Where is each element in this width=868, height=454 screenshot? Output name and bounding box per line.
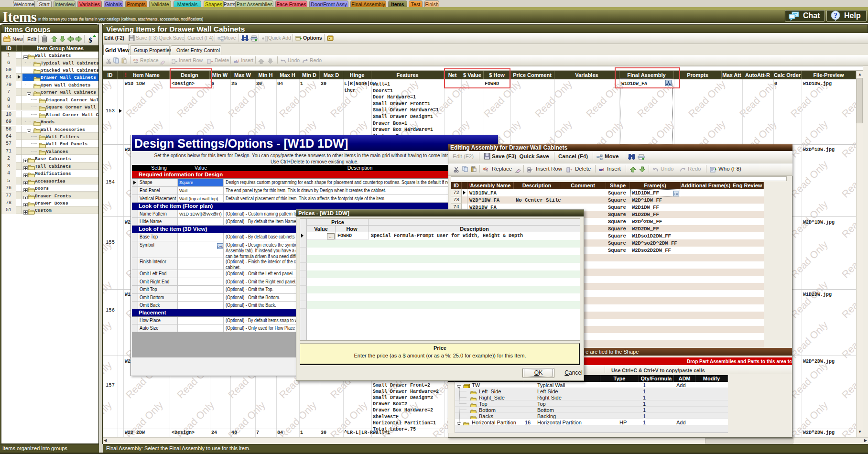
svg-text:Read Only: Read Only bbox=[789, 238, 830, 280]
svg-text:Read Only: Read Only bbox=[738, 79, 779, 119]
svg-text:Read Only: Read Only bbox=[103, 198, 114, 240]
svg-text:Read Only: Read Only bbox=[840, 279, 856, 320]
svg-text:...: ... bbox=[329, 234, 333, 239]
svg-text:Read Only: Read Only bbox=[789, 359, 830, 400]
svg-text:Read Only: Read Only bbox=[103, 359, 114, 400]
svg-text:Read Only: Read Only bbox=[103, 118, 114, 160]
svg-text:Read Only: Read Only bbox=[533, 79, 575, 119]
svg-text:Read Only: Read Only bbox=[840, 399, 856, 437]
svg-text:CAD: CAD bbox=[217, 245, 223, 248]
svg-text:Read Only: Read Only bbox=[840, 198, 856, 240]
svg-text:Read Only: Read Only bbox=[840, 158, 856, 200]
svg-text:ab: ab bbox=[234, 59, 238, 64]
svg-text:Read Only: Read Only bbox=[840, 118, 856, 160]
svg-text:Read Only: Read Only bbox=[789, 279, 830, 320]
svg-text:ab: ab bbox=[599, 168, 603, 172]
svg-text:Read Only: Read Only bbox=[277, 79, 319, 119]
svg-text:Read Only: Read Only bbox=[840, 238, 856, 280]
svg-text:Read Only: Read Only bbox=[840, 359, 856, 400]
svg-text:Read Only: Read Only bbox=[789, 118, 830, 160]
svg-text:Read Only: Read Only bbox=[103, 319, 114, 360]
svg-text:$: $ bbox=[88, 36, 92, 44]
svg-text:ab: ab bbox=[133, 58, 138, 62]
svg-text:Read Only: Read Only bbox=[789, 158, 830, 200]
svg-text:Read Only: Read Only bbox=[840, 79, 856, 119]
svg-text:Read Only: Read Only bbox=[277, 399, 319, 437]
svg-text:Read Only: Read Only bbox=[103, 399, 114, 437]
svg-text:Read Only: Read Only bbox=[789, 319, 830, 360]
svg-text:Read Only: Read Only bbox=[840, 319, 856, 360]
svg-text:ab: ab bbox=[483, 166, 488, 171]
svg-text:?: ? bbox=[834, 11, 837, 20]
